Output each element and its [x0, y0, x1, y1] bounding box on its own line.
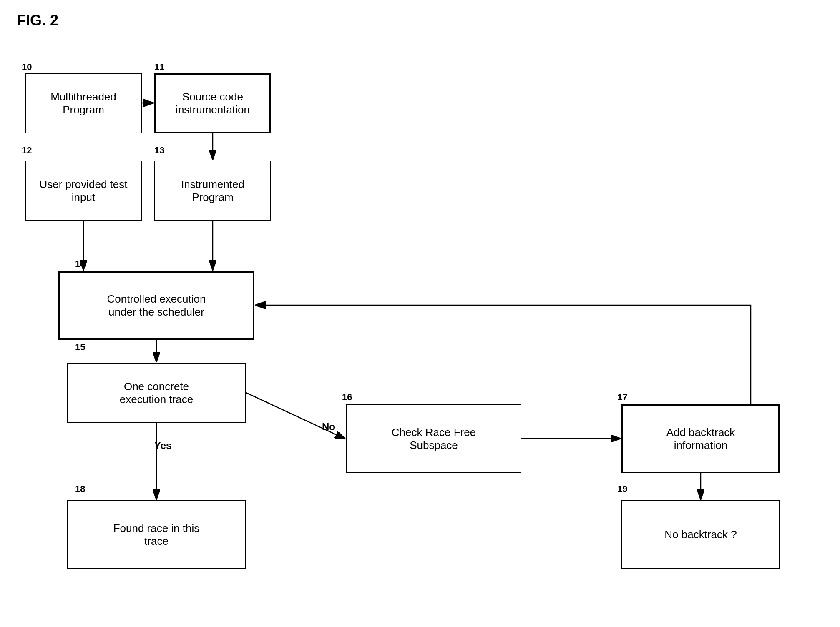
no-label: No	[322, 421, 335, 433]
label-11: 11	[154, 62, 164, 73]
figure-label: FIG. 2	[17, 12, 58, 29]
label-10: 10	[22, 62, 32, 73]
box-user-provided-test-input: User provided test input	[25, 161, 142, 221]
label-16: 16	[342, 392, 352, 403]
box-one-concrete-execution-trace: One concrete execution trace	[67, 363, 246, 423]
box-found-race-in-trace: Found race in this trace	[67, 500, 246, 569]
box-multithreaded-program: Multithreaded Program	[25, 73, 142, 133]
label-12: 12	[22, 145, 32, 156]
label-19: 19	[617, 484, 627, 494]
box-no-backtrack: No backtrack ?	[621, 500, 780, 569]
label-17: 17	[617, 392, 627, 403]
box-instrumented-program: Instrumented Program	[154, 161, 271, 221]
label-15: 15	[75, 342, 85, 353]
box-add-backtrack-information: Add backtrack information	[621, 404, 780, 473]
label-18: 18	[75, 484, 85, 494]
label-13: 13	[154, 145, 164, 156]
label-14: 14	[75, 258, 85, 269]
box-source-code-instrumentation: Source code instrumentation	[154, 73, 271, 133]
yes-label: Yes	[154, 440, 171, 451]
box-check-race-free-subspace: Check Race Free Subspace	[346, 404, 521, 473]
box-controlled-execution: Controlled execution under the scheduler	[58, 271, 254, 340]
